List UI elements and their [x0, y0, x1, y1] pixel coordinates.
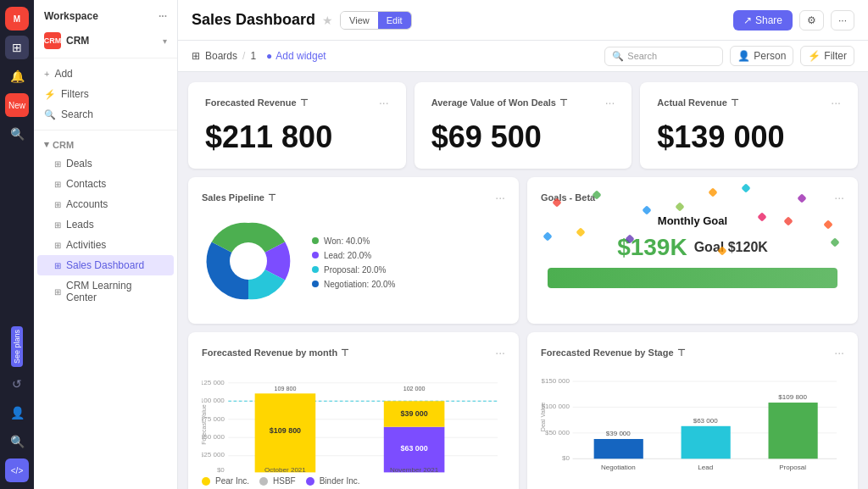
- forecast-month-filter: ⊤: [341, 347, 349, 358]
- bell-icon[interactable]: 🔔: [5, 64, 29, 88]
- breadcrumb-sep: /: [242, 50, 245, 62]
- nav-item-learning-center[interactable]: ⊞ CRM Learning Center: [37, 275, 174, 308]
- person-filter-icon: 👤: [737, 50, 750, 62]
- avg-won-deals-value: $69 500: [431, 119, 615, 155]
- forecast-month-title: Forecasted Revenue by month ⊤: [202, 347, 349, 358]
- code-icon[interactable]: </>: [5, 458, 29, 482]
- pie-chart: [202, 214, 295, 310]
- metric-dots-2[interactable]: ···: [605, 96, 615, 109]
- avg-won-deals-title: Average Value of Won Deals ⊤: [431, 97, 568, 108]
- svg-text:Negotiation: Negotiation: [601, 464, 636, 471]
- share-label: Share: [755, 14, 782, 26]
- nav-item-contacts[interactable]: ⊞ Contacts: [37, 174, 174, 194]
- contacts-icon: ⊞: [54, 180, 61, 189]
- page-header: Sales Dashboard ★ View Edit ↗ Share ⚙ ··…: [178, 0, 868, 41]
- learning-icon: ⊞: [54, 287, 61, 297]
- person-filter[interactable]: 👤 Person: [730, 46, 793, 66]
- more-options-button[interactable]: ···: [831, 10, 854, 31]
- won-dot: [312, 237, 319, 244]
- svg-text:Lead: Lead: [698, 464, 713, 471]
- metric-header-3: Actual Revenue ⊤ ···: [657, 96, 841, 109]
- legend-proposal: Proposal: 20.0%: [312, 265, 396, 275]
- forecast-stage-title: Forecasted Revenue by Stage ⊤: [541, 347, 686, 358]
- favorite-star[interactable]: ★: [322, 14, 333, 27]
- negotiation-dot: [312, 281, 319, 287]
- search-placeholder: Search: [627, 51, 657, 61]
- goals-card: Goals - Beta ··· Monthly Goal $139K Goal…: [527, 177, 858, 324]
- grid-icon[interactable]: ⊞: [5, 36, 29, 59]
- forecast-by-stage-card: Forecasted Revenue by Stage ⊤ ··· $150 0…: [527, 332, 858, 489]
- see-plans-button[interactable]: See plans: [11, 326, 23, 367]
- svg-text:Forecast Value: Forecast Value: [202, 404, 208, 445]
- search-glass-icon: 🔍: [612, 51, 624, 62]
- lead-dot: [312, 252, 319, 258]
- proposal-dot: [312, 266, 319, 273]
- svg-text:$125 000: $125 000: [202, 379, 225, 386]
- contacts-label: Contacts: [66, 178, 106, 190]
- nav-search[interactable]: 🔍 Search: [34, 104, 177, 125]
- legend-negotiation: Negotiation: 20.0%: [312, 280, 396, 289]
- forecast-stage-filter: ⊤: [677, 347, 686, 358]
- nav-item-deals[interactable]: ⊞ Deals: [37, 153, 174, 174]
- nav-filters[interactable]: ⚡ Filters: [34, 84, 177, 104]
- goals-dots[interactable]: ···: [834, 191, 844, 204]
- filter-button[interactable]: ⚡ Filter: [800, 46, 854, 66]
- leads-icon: ⊞: [54, 220, 61, 230]
- icon-sidebar: M ⊞ 🔔 New 🔍 See plans ↺ 👤 🔍 </>: [0, 0, 34, 489]
- new-icon[interactable]: New: [5, 93, 29, 117]
- nav-item-accounts[interactable]: ⊞ Accounts: [37, 194, 174, 214]
- actual-revenue-value: $139 000: [657, 119, 841, 155]
- add-widget-plus: ●: [266, 50, 272, 62]
- view-button[interactable]: View: [341, 12, 378, 29]
- goals-actual-value: $139K: [617, 234, 687, 261]
- metric-dots-3[interactable]: ···: [831, 96, 841, 109]
- nav-add[interactable]: + Add: [34, 64, 177, 84]
- forecast-month-dots[interactable]: ···: [495, 346, 505, 359]
- nav-item-activities[interactable]: ⊞ Activities: [37, 235, 174, 255]
- forecast-stage-dots[interactable]: ···: [834, 346, 844, 359]
- filter-icon-1: ⊤: [300, 97, 309, 108]
- search-nav-icon: 🔍: [44, 109, 56, 120]
- negotiation-bar: [594, 439, 643, 458]
- legend-won: Won: 40.0%: [312, 236, 396, 246]
- search-bottom-icon[interactable]: 🔍: [5, 430, 29, 453]
- svg-text:$0: $0: [217, 466, 225, 474]
- header-left: Sales Dashboard ★ View Edit: [192, 11, 412, 30]
- goals-header: Goals - Beta ···: [541, 191, 844, 204]
- person-icon[interactable]: 👤: [5, 401, 29, 425]
- nav-item-sales-dashboard[interactable]: ⊞ Sales Dashboard: [37, 255, 174, 275]
- bottom-charts-row: Forecasted Revenue by month ⊤ ··· $125 0…: [188, 332, 858, 489]
- svg-text:$63 000: $63 000: [693, 417, 719, 425]
- legend-lead: Lead: 20.0%: [312, 251, 396, 260]
- settings-button[interactable]: ⚙: [799, 10, 824, 31]
- svg-point-0: [230, 242, 267, 280]
- actual-revenue-title: Actual Revenue ⊤: [657, 97, 739, 108]
- crm-header[interactable]: CRM CRM ▾: [34, 29, 177, 53]
- dashboard-icon: ⊞: [54, 261, 61, 270]
- metric-dots-1[interactable]: ···: [379, 96, 389, 109]
- boards-label: Boards: [205, 50, 237, 62]
- svg-text:$0: $0: [562, 454, 570, 462]
- search-icon[interactable]: 🔍: [5, 122, 29, 146]
- add-widget-button[interactable]: ● Add widget: [266, 50, 326, 62]
- share-button[interactable]: ↗ Share: [733, 10, 793, 31]
- forecast-stage-chart: $150 000 $100 000 $50 000 $0 $39 000 Neg…: [541, 370, 844, 471]
- metric-avg-won-deals: Average Value of Won Deals ⊤ ··· $69 500: [415, 82, 632, 169]
- boards-num: 1: [250, 50, 256, 62]
- edit-button[interactable]: Edit: [378, 12, 411, 29]
- metric-actual-revenue: Actual Revenue ⊤ ··· $139 000: [640, 82, 858, 169]
- nav-item-leads[interactable]: ⊞ Leads: [37, 214, 174, 235]
- deals-icon: ⊞: [54, 159, 61, 169]
- search-label: Search: [61, 108, 93, 120]
- share-icon: ↗: [743, 14, 752, 26]
- forecast-month-svg: $125 000 $100 000 $75 000 $50 000 $25 00…: [202, 370, 505, 480]
- goals-bar-fill: [548, 268, 837, 288]
- svg-text:$109 800: $109 800: [778, 393, 807, 401]
- pipeline-legend: Won: 40.0% Lead: 20.0% Proposal: 20.0%: [312, 236, 396, 289]
- pipeline-dots[interactable]: ···: [495, 191, 505, 204]
- search-box[interactable]: 🔍 Search: [604, 47, 723, 66]
- filters-label: Filters: [61, 88, 89, 100]
- workspace-dots[interactable]: ···: [159, 10, 167, 22]
- refresh-icon[interactable]: ↺: [5, 372, 29, 396]
- nav-divider-1: [34, 58, 177, 58]
